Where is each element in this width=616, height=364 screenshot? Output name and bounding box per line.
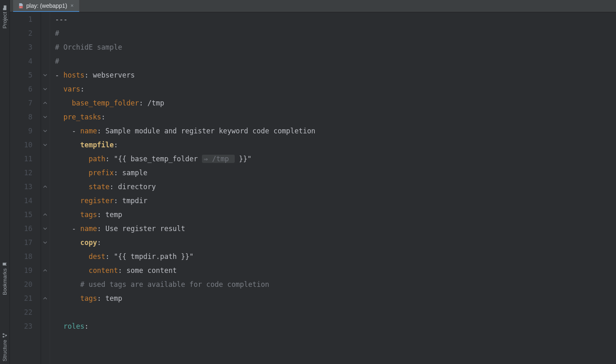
code-line[interactable]: prefix: sample xyxy=(55,166,616,180)
line-number: 11 xyxy=(10,152,32,166)
fold-toggle-icon[interactable] xyxy=(43,73,48,78)
code-line[interactable]: - name: Sample module and register keywo… xyxy=(55,124,616,138)
line-number: 9 xyxy=(10,124,32,138)
code-line[interactable]: state: directory xyxy=(55,180,616,194)
fold-toggle-icon[interactable] xyxy=(43,240,48,245)
line-number: 4 xyxy=(10,54,32,68)
code-line[interactable]: dest: "{{ tmpdir.path }}" xyxy=(55,250,616,263)
line-number-gutter: 1234567891011121314151617181920212223 xyxy=(10,12,41,364)
line-number: 3 xyxy=(10,40,32,54)
fold-end-icon xyxy=(43,212,48,217)
line-number: 19 xyxy=(10,263,32,277)
code-line[interactable] xyxy=(55,305,616,319)
code-line[interactable]: roles: xyxy=(55,319,616,333)
ide-root: Project Bookmarks Structure play: (webap… xyxy=(0,0,616,364)
line-number: 18 xyxy=(10,250,32,263)
fold-toggle-icon[interactable] xyxy=(43,142,48,147)
fold-end-icon xyxy=(43,184,48,189)
line-number: 7 xyxy=(10,96,32,110)
code-line[interactable]: tags: temp xyxy=(55,208,616,222)
code-line[interactable]: pre_tasks: xyxy=(55,110,616,124)
code-area[interactable]: ---## OrchidE sample#- hosts: webservers… xyxy=(50,12,616,364)
toolwindow-label: Project xyxy=(2,12,8,28)
line-number: 2 xyxy=(10,26,32,40)
code-line[interactable]: content: some content xyxy=(55,263,616,277)
code-line[interactable]: vars: xyxy=(55,82,616,96)
fold-column xyxy=(41,12,50,364)
line-number: 17 xyxy=(10,236,32,250)
line-number: 15 xyxy=(10,208,32,222)
code-line[interactable]: base_temp_folder: /tmp xyxy=(55,96,616,110)
line-number: 1 xyxy=(10,12,32,26)
line-number: 22 xyxy=(10,305,32,319)
line-number: 8 xyxy=(10,110,32,124)
line-number: 20 xyxy=(10,277,32,291)
code-line[interactable]: # xyxy=(55,26,616,40)
code-line[interactable]: - hosts: webservers xyxy=(55,68,616,82)
toolwindow-bookmarks[interactable]: Bookmarks xyxy=(1,259,9,298)
code-line[interactable]: tempfile: xyxy=(55,138,616,152)
toolwindow-label: Bookmarks xyxy=(2,268,8,295)
folder-icon xyxy=(2,5,7,10)
code-line[interactable]: tags: temp xyxy=(55,291,616,305)
code-line[interactable]: # xyxy=(55,54,616,68)
line-number: 14 xyxy=(10,194,32,208)
line-number: 21 xyxy=(10,291,32,305)
code-editor[interactable]: 1234567891011121314151617181920212223 --… xyxy=(10,12,616,364)
line-number: 16 xyxy=(10,222,32,236)
editor-tab-active[interactable]: play: (webapp1) × xyxy=(13,0,79,12)
code-line[interactable]: --- xyxy=(55,12,616,26)
toolwindow-structure[interactable]: Structure xyxy=(1,330,9,364)
toolwindow-label: Structure xyxy=(2,340,8,362)
bookmark-icon xyxy=(2,261,7,267)
line-number: 23 xyxy=(10,319,32,333)
fold-end-icon xyxy=(43,101,48,105)
code-line[interactable]: # OrchidE sample xyxy=(55,40,616,54)
inline-hint: ⇒ /tmp xyxy=(202,155,235,163)
editor-pane: play: (webapp1) × 1234567891011121314151… xyxy=(10,0,616,364)
line-number: 5 xyxy=(10,68,32,82)
fold-toggle-icon[interactable] xyxy=(43,226,48,231)
fold-toggle-icon[interactable] xyxy=(43,87,48,92)
editor-tabbar: play: (webapp1) × xyxy=(10,0,616,12)
fold-toggle-icon[interactable] xyxy=(43,114,48,119)
code-line[interactable]: path: "{{ base_temp_folder ⇒ /tmp }}" xyxy=(55,152,616,166)
code-line[interactable]: # used tags are available for code compl… xyxy=(55,277,616,291)
code-line[interactable]: copy: xyxy=(55,236,616,250)
line-number: 10 xyxy=(10,138,32,152)
fold-end-icon xyxy=(43,268,48,273)
line-number: 6 xyxy=(10,82,32,96)
structure-icon xyxy=(2,333,7,338)
code-line[interactable]: register: tmpdir xyxy=(55,194,616,208)
tab-label: play: (webapp1) xyxy=(26,2,67,9)
toolwindow-project[interactable]: Project xyxy=(1,2,9,31)
line-number: 12 xyxy=(10,166,32,180)
yaml-file-icon xyxy=(18,3,24,9)
line-number: 13 xyxy=(10,180,32,194)
fold-end-icon xyxy=(43,296,48,301)
close-icon[interactable]: × xyxy=(70,2,75,9)
fold-toggle-icon[interactable] xyxy=(43,128,48,133)
left-tool-strip: Project Bookmarks Structure xyxy=(0,0,10,364)
code-line[interactable]: - name: Use register result xyxy=(55,222,616,236)
